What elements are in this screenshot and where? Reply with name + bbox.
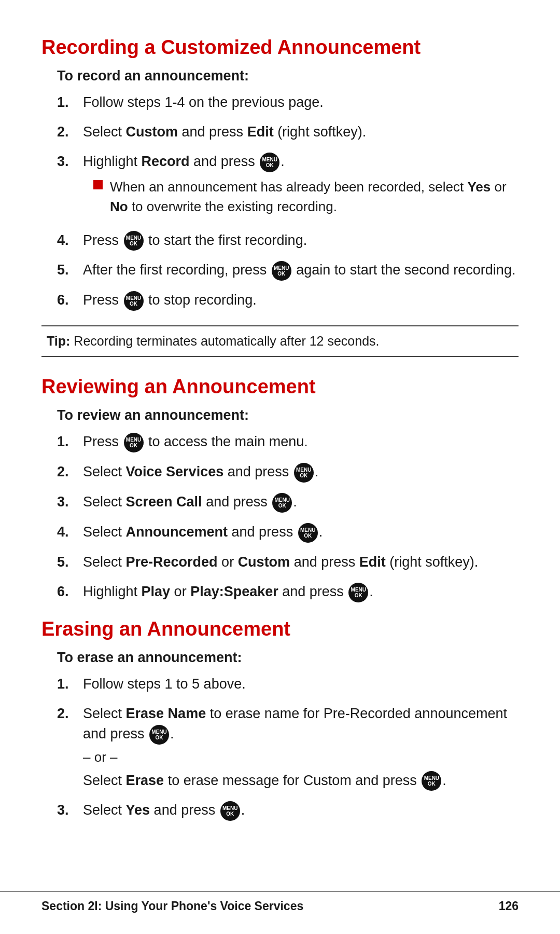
footer-right: 126 [499, 899, 519, 913]
step-recording-3: 3. Highlight Record and press MENUOK. Wh… [57, 152, 519, 221]
section-recording-title: Recording a Customized Announcement [41, 36, 519, 59]
step-num: 3. [57, 492, 83, 512]
subsection-label-recording: To record an announcement: [57, 68, 519, 84]
step-content: After the first recording, press MENUOK … [83, 260, 519, 281]
step-num: 1. [57, 674, 83, 694]
step-recording-1: 1. Follow steps 1-4 on the previous page… [57, 92, 519, 113]
section-recording: Recording a Customized Announcement To r… [41, 36, 519, 311]
section-reviewing-title: Reviewing an Announcement [41, 376, 519, 398]
step-reviewing-3: 3. Select Screen Call and press MENUOK. [57, 492, 519, 513]
steps-list-erasing: 1. Follow steps 1 to 5 above. 2. Select … [57, 674, 519, 821]
step-erasing-3: 3. Select Yes and press MENUOK. [57, 800, 519, 821]
step-erasing-2: 2. Select Erase Name to erase name for P… [57, 704, 519, 791]
page-footer: Section 2I: Using Your Phone's Voice Ser… [0, 891, 560, 913]
step-erasing-1: 1. Follow steps 1 to 5 above. [57, 674, 519, 694]
step-reviewing-6: 6. Highlight Play or Play:Speaker and pr… [57, 582, 519, 602]
step-content: Select Yes and press MENUOK. [83, 800, 519, 821]
step-num: 5. [57, 260, 83, 280]
menu-ok-icon: MENUOK [272, 261, 291, 281]
footer-left: Section 2I: Using Your Phone's Voice Ser… [41, 899, 303, 913]
menu-ok-icon: MENUOK [260, 153, 279, 172]
step-content: Follow steps 1 to 5 above. [83, 674, 519, 694]
step-content: Select Erase Name to erase name for Pre-… [83, 704, 519, 791]
step-num: 6. [57, 582, 83, 602]
step-content: Select Custom and press Edit (right soft… [83, 122, 519, 142]
step-content: Highlight Play or Play:Speaker and press… [83, 582, 519, 602]
section-erasing-title: Erasing an Announcement [41, 618, 519, 640]
step-num: 6. [57, 290, 83, 310]
bullet-text: When an announcement has already been re… [110, 177, 519, 216]
subsection-label-erasing: To erase an announcement: [57, 650, 519, 666]
step-content: Highlight Record and press MENUOK. When … [83, 152, 519, 221]
tip-text: Recording terminates automatically after… [70, 334, 379, 348]
bullet-square-icon [93, 180, 103, 189]
step-num: 4. [57, 522, 83, 542]
subsection-label-reviewing: To review an announcement: [57, 407, 519, 423]
step-content: Press MENUOK to start the first recordin… [83, 230, 519, 251]
step-num: 3. [57, 800, 83, 820]
menu-ok-icon: MENUOK [422, 771, 441, 791]
menu-ok-icon: MENUOK [124, 291, 144, 311]
step-content: Select Pre-Recorded or Custom and press … [83, 552, 519, 572]
step-reviewing-1: 1. Press MENUOK to access the main menu. [57, 432, 519, 452]
step-reviewing-5: 5. Select Pre-Recorded or Custom and pre… [57, 552, 519, 572]
or-text: – or – [83, 748, 519, 767]
step-recording-2: 2. Select Custom and press Edit (right s… [57, 122, 519, 142]
menu-ok-icon: MENUOK [272, 493, 292, 513]
step-num: 2. [57, 704, 83, 724]
bullet-item: When an announcement has already been re… [93, 177, 519, 216]
step-reviewing-2: 2. Select Voice Services and press MENUO… [57, 462, 519, 483]
menu-ok-icon: MENUOK [348, 583, 368, 602]
menu-ok-icon: MENUOK [220, 801, 240, 821]
tip-label: Tip: [47, 334, 70, 348]
step-content: Follow steps 1-4 on the previous page. [83, 92, 519, 113]
step-recording-4: 4. Press MENUOK to start the first recor… [57, 230, 519, 251]
section-erasing: Erasing an Announcement To erase an anno… [41, 618, 519, 821]
step-content: Press MENUOK to stop recording. [83, 290, 519, 311]
step-num: 2. [57, 462, 83, 482]
section-reviewing: Reviewing an Announcement To review an a… [41, 376, 519, 602]
step-recording-6: 6. Press MENUOK to stop recording. [57, 290, 519, 311]
bullet-list: When an announcement has already been re… [93, 177, 519, 216]
step-reviewing-4: 4. Select Announcement and press MENUOK. [57, 522, 519, 543]
menu-ok-icon: MENUOK [149, 725, 169, 745]
step-num: 1. [57, 432, 83, 452]
menu-ok-icon: MENUOK [294, 463, 314, 483]
step-num: 3. [57, 152, 83, 172]
step-recording-5: 5. After the first recording, press MENU… [57, 260, 519, 281]
menu-ok-icon: MENUOK [124, 433, 144, 452]
step-content: Select Voice Services and press MENUOK. [83, 462, 519, 483]
tip-bar: Tip: Recording terminates automatically … [41, 325, 519, 357]
menu-ok-icon: MENUOK [124, 231, 144, 251]
menu-ok-icon: MENUOK [298, 523, 318, 543]
steps-list-recording: 1. Follow steps 1-4 on the previous page… [57, 92, 519, 311]
step-num: 2. [57, 122, 83, 142]
step-num: 4. [57, 230, 83, 251]
steps-list-reviewing: 1. Press MENUOK to access the main menu.… [57, 432, 519, 602]
step-num: 5. [57, 552, 83, 572]
step-content: Press MENUOK to access the main menu. [83, 432, 519, 452]
step-num: 1. [57, 92, 83, 113]
step-content: Select Announcement and press MENUOK. [83, 522, 519, 543]
step-content: Select Screen Call and press MENUOK. [83, 492, 519, 513]
